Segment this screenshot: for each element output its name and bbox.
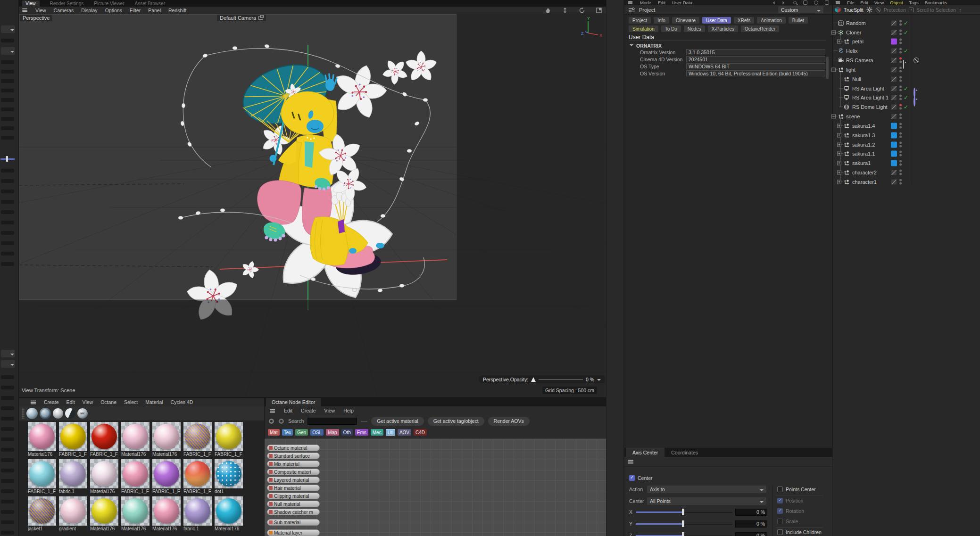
tree-row-helix[interactable]: Helix✓ xyxy=(831,46,980,55)
visibility-dots[interactable] xyxy=(899,123,902,125)
tab-asset-browser[interactable]: Asset Browser xyxy=(135,1,165,6)
center-checkbox[interactable] xyxy=(629,475,635,481)
tab-bullet[interactable]: Bullet xyxy=(789,17,808,24)
forward-icon[interactable] xyxy=(783,1,786,4)
material-item[interactable]: FABRIC_1_F xyxy=(183,422,212,457)
visibility-dots[interactable] xyxy=(899,29,902,32)
chip-osl[interactable]: OSL xyxy=(310,429,324,436)
visibility-dots[interactable] xyxy=(899,38,902,41)
layer-tag[interactable] xyxy=(891,66,897,73)
layer-tag-blue[interactable] xyxy=(891,150,897,157)
menu-octane[interactable]: Octane xyxy=(100,399,116,405)
menu-options[interactable]: Options xyxy=(105,8,122,13)
tab-render-settings[interactable]: Render Settings xyxy=(50,1,84,6)
tree-row-light[interactable]: −light xyxy=(831,65,980,74)
layer-tag[interactable] xyxy=(891,48,897,54)
attributes-menu-icon[interactable] xyxy=(628,1,632,4)
y-value-field[interactable]: 0 % xyxy=(735,520,767,528)
node-pill[interactable]: Octane material xyxy=(267,445,320,451)
menu-object[interactable]: Object xyxy=(890,0,903,5)
material-item[interactable]: Material176 xyxy=(152,496,181,531)
visibility-dots[interactable] xyxy=(899,150,902,153)
material-item[interactable]: FABRIC_1_F xyxy=(90,422,118,457)
visibility-dots[interactable] xyxy=(899,179,902,181)
node-pill[interactable]: Null material xyxy=(267,501,320,507)
search-icon[interactable] xyxy=(793,1,797,4)
chip-map[interactable]: Map xyxy=(326,429,339,436)
viewport-canvas[interactable]: Y X Z xyxy=(19,14,606,397)
tab-user-data[interactable]: User Data xyxy=(702,17,731,24)
x-slider[interactable] xyxy=(636,509,732,515)
tab-view[interactable]: View xyxy=(22,0,40,7)
dolly-icon[interactable] xyxy=(562,7,568,14)
menu-cameras[interactable]: Cameras xyxy=(54,8,74,13)
node-pill[interactable]: Composite materi xyxy=(267,469,320,475)
material-item[interactable]: FABRIC_1_F xyxy=(152,459,181,494)
visibility-dots[interactable] xyxy=(899,85,902,88)
z-slider[interactable] xyxy=(636,532,732,536)
left-dropdown[interactable] xyxy=(1,47,15,55)
material-ball-icon[interactable] xyxy=(26,408,38,419)
tab-nodes[interactable]: Nodes xyxy=(684,25,705,32)
layer-tag[interactable] xyxy=(891,169,897,175)
chip-mec[interactable]: Mec xyxy=(371,429,383,436)
octane-logo-icon[interactable] xyxy=(268,418,274,424)
visibility-dots[interactable] xyxy=(899,20,902,22)
tree-row-scene[interactable]: −scene xyxy=(831,112,980,121)
node-editor-tab[interactable]: Octane Node Editor xyxy=(266,398,321,406)
menu-edit[interactable]: Edit xyxy=(658,0,665,5)
material-item[interactable]: Material176 xyxy=(152,422,181,457)
menu-mode[interactable]: Mode xyxy=(640,0,651,5)
material-item[interactable]: FABRIC_1_F xyxy=(183,459,212,494)
tab-todo[interactable]: To Do xyxy=(661,25,681,32)
preset-dropdown[interactable]: Custom xyxy=(778,6,823,13)
tab-animation[interactable]: Animation xyxy=(757,17,785,24)
menu-edit[interactable]: Edit xyxy=(284,408,292,413)
layer-tag-purple[interactable] xyxy=(891,38,897,44)
menu-create[interactable]: Create xyxy=(44,399,59,405)
material-ball-split-icon[interactable] xyxy=(65,408,75,419)
chip-oth[interactable]: Oth xyxy=(341,429,353,436)
node-pill[interactable]: Material layer xyxy=(267,529,320,536)
node-pill[interactable]: Clipping material xyxy=(267,493,320,499)
layer-tag[interactable] xyxy=(891,104,897,110)
viewport-menu-icon[interactable] xyxy=(22,8,27,12)
opacity-dropdown-icon[interactable] xyxy=(597,379,601,383)
object-menu-icon[interactable] xyxy=(836,1,840,4)
menu-display[interactable]: Display xyxy=(81,8,97,13)
tree-row-sakura1[interactable]: +sakura1 xyxy=(831,158,980,167)
tree-row-sakura12[interactable]: +sakura1.2 xyxy=(831,140,980,149)
chip-gen[interactable]: Gen xyxy=(295,429,308,436)
viewport-camera-label[interactable]: Default Camera xyxy=(217,15,266,21)
include-children-checkbox[interactable] xyxy=(777,529,783,535)
visibility-dots[interactable] xyxy=(899,132,902,134)
gear-icon[interactable] xyxy=(866,7,872,13)
menu-select[interactable]: Select xyxy=(124,399,138,405)
tree-row-random[interactable]: Random✓ xyxy=(831,18,980,27)
points-center-checkbox[interactable] xyxy=(777,487,783,492)
visibility-dots[interactable] xyxy=(899,113,902,115)
node-pill[interactable]: Mix material xyxy=(267,461,320,467)
tree-row-petal[interactable]: +petal xyxy=(831,37,980,46)
layer-tag[interactable] xyxy=(891,113,897,119)
layer-tag-blue[interactable] xyxy=(891,160,897,166)
points-center-row[interactable]: Points Center xyxy=(777,487,816,492)
menu-view[interactable]: View xyxy=(83,399,93,405)
back-icon[interactable] xyxy=(772,1,775,4)
center-dropdown[interactable]: All Points xyxy=(647,497,766,505)
visibility-dots-record[interactable] xyxy=(899,57,902,59)
tree-row-rs-area-light1[interactable]: RS Area Light.1✓ xyxy=(831,93,980,102)
chip-tex[interactable]: Tex xyxy=(282,429,293,436)
node-canvas[interactable]: Octane material Standard surface Mix mat… xyxy=(265,438,606,536)
tree-row-character2[interactable]: +character2 xyxy=(831,168,980,177)
menu-panel[interactable]: Panel xyxy=(148,8,161,13)
visibility-dots[interactable] xyxy=(899,160,902,162)
material-item[interactable]: fabric.1 xyxy=(183,496,212,531)
menu-filter[interactable]: Filter xyxy=(130,8,141,13)
action-dropdown[interactable]: Axis to xyxy=(647,486,766,493)
tab-simulation[interactable]: Simulation xyxy=(629,25,658,32)
tree-row-sakura11[interactable]: +sakura1.1 xyxy=(831,149,980,158)
chip-ems[interactable]: Ems xyxy=(355,429,368,436)
center-checkbox-row[interactable]: Center xyxy=(629,475,653,481)
tab-info[interactable]: Info xyxy=(654,17,669,24)
